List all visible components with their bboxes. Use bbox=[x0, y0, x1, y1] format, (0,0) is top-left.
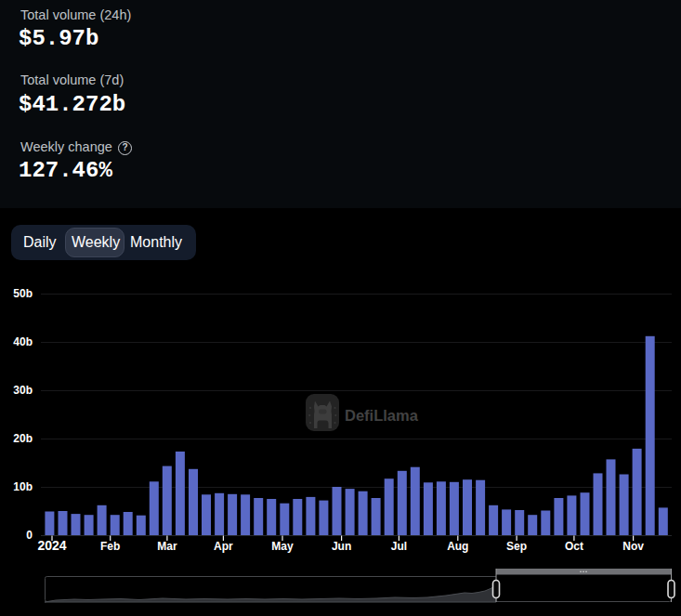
svg-text:Nov: Nov bbox=[622, 540, 644, 553]
svg-text:Jun: Jun bbox=[332, 540, 351, 553]
svg-text:10b: 10b bbox=[13, 480, 33, 493]
svg-text:0: 0 bbox=[26, 529, 33, 542]
svg-text:40b: 40b bbox=[13, 335, 33, 348]
svg-text:20b: 20b bbox=[13, 432, 33, 445]
svg-text:Sep: Sep bbox=[506, 540, 527, 553]
svg-text:Mar: Mar bbox=[157, 540, 177, 553]
svg-text:30b: 30b bbox=[13, 384, 33, 397]
svg-text:Oct: Oct bbox=[565, 540, 583, 553]
svg-text:Jul: Jul bbox=[391, 540, 407, 553]
svg-text:Aug: Aug bbox=[447, 540, 468, 553]
svg-text:DefiLlama: DefiLlama bbox=[345, 407, 419, 424]
svg-text:Feb: Feb bbox=[100, 540, 120, 553]
svg-text:May: May bbox=[271, 540, 294, 553]
svg-text:50b: 50b bbox=[13, 287, 33, 300]
svg-text:Apr: Apr bbox=[214, 540, 233, 553]
svg-text:2024: 2024 bbox=[37, 538, 66, 553]
